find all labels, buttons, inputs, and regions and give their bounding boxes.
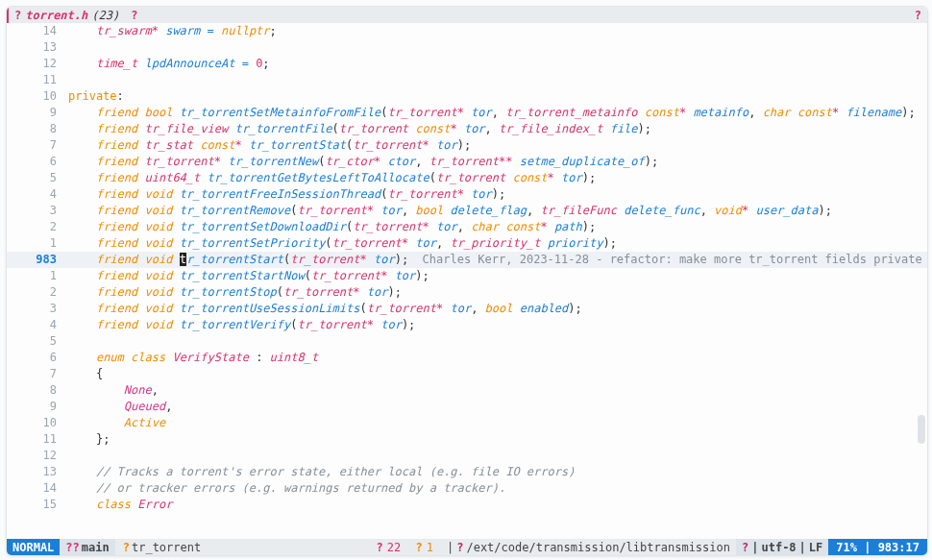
scrollbar-thumb[interactable] [918, 415, 925, 444]
gutter-rel: 6 [7, 350, 64, 366]
line-ending: LF [809, 541, 822, 554]
gutter-rel: 9 [7, 105, 64, 121]
warning-icon: ? [416, 541, 423, 554]
code-line: friend uint64_t tr_torrentGetBytesLeftTo… [64, 170, 927, 186]
code-line: friend void tr_torrentStop(tr_torrent* t… [64, 284, 927, 301]
tab-right-icon: ? [915, 9, 921, 22]
vim-mode: NORMAL [7, 539, 60, 555]
gutter-rel: 2 [7, 284, 64, 301]
code-line: friend tr_stat const* tr_torrentStat(tr_… [64, 137, 927, 154]
tab-bar: ? torrent.h (23) ? ? [7, 7, 927, 23]
cursor-position: 983:17 [878, 541, 920, 554]
gutter-rel: 11 [7, 72, 64, 88]
gutter-rel: 13 [7, 39, 64, 56]
gutter-rel: 6 [7, 154, 64, 170]
gutter-rel: 4 [7, 317, 64, 333]
code-line: friend tr_file_view tr_torrentFile(tr_to… [64, 121, 927, 137]
code-line [64, 333, 927, 350]
gutter-rel: 11 [7, 431, 64, 448]
file-change-count: (23) [91, 9, 119, 22]
file-path: /ext/code/transmission/libtransmission [466, 541, 730, 554]
gutter-rel: 1 [7, 235, 64, 252]
gutter-abs: 983 [7, 252, 64, 268]
gutter-rel: 14 [7, 480, 64, 497]
editor-window: ? torrent.h (23) ? ? 14 tr_swarm* swarm … [6, 6, 928, 556]
status-bar: NORMAL ??main ?tr_torrent ?22 ?1 | ?/ext… [7, 539, 927, 555]
file-path-seg: | ?/ext/code/transmission/libtransmissio… [441, 541, 736, 554]
gutter-rel: 8 [7, 382, 64, 399]
gutter-rel: 12 [7, 448, 64, 464]
code-area[interactable]: 14 tr_swarm* swarm = nullptr; 13 12 time… [7, 23, 927, 539]
code-line: friend bool tr_torrentSetMetainfoFromFil… [64, 105, 927, 121]
code-line: // or tracker errors (e.g. warnings retu… [64, 480, 927, 497]
gutter-rel: 5 [7, 333, 64, 350]
gutter-rel: 10 [7, 415, 64, 431]
gutter-rel: 14 [7, 23, 64, 39]
code-line: friend void tr_torrentVerify(tr_torrent*… [64, 317, 927, 333]
scroll-percent: 71% [836, 541, 857, 554]
code-line: None, [64, 382, 927, 399]
gutter-rel: 4 [7, 186, 64, 203]
gutter-rel: 5 [7, 170, 64, 186]
file-tab[interactable]: ? torrent.h (23) [9, 7, 125, 23]
error-count: 22 [387, 541, 401, 554]
file-name: torrent.h [25, 9, 87, 22]
code-line [64, 448, 927, 464]
gutter-rel: 13 [7, 464, 64, 480]
error-icon: ? [377, 541, 383, 554]
code-line [64, 39, 927, 56]
file-icon: ? [14, 9, 21, 22]
code-line: class Error [64, 497, 927, 513]
gutter-rel: 3 [7, 203, 64, 219]
position-seg: 71% | 983:17 [828, 539, 927, 555]
code-line: { [64, 366, 927, 382]
gutter-rel: 10 [7, 88, 64, 105]
code-line: friend void tr_torrentSetPriority(tr_tor… [64, 235, 927, 252]
folder-icon: ? [456, 541, 463, 554]
code-line: // Tracks a torrent's error state, eithe… [64, 464, 927, 480]
git-branch[interactable]: ??main [60, 539, 114, 555]
gutter-rel: 15 [7, 497, 64, 513]
code-line: private: [64, 88, 927, 105]
encoding-seg[interactable]: ? | utf-8 | LF [736, 539, 828, 555]
code-line [64, 72, 927, 88]
gutter-rel: 12 [7, 56, 64, 72]
code-line: friend tr_torrent* tr_torrentNew(tr_ctor… [64, 154, 927, 170]
code-current-line: friend void tr_torrentStart(tr_torrent* … [64, 252, 927, 268]
gutter-rel: 8 [7, 121, 64, 137]
gutter-rel: 1 [7, 268, 64, 284]
code-line: }; [64, 431, 927, 448]
code-line: Queued, [64, 399, 927, 415]
code-line: friend void tr_torrentStartNow(tr_torren… [64, 268, 927, 284]
branch-icon: ?? [65, 541, 79, 554]
code-line: friend void tr_torrentSetDownloadDir(tr_… [64, 219, 927, 235]
gutter-rel: 7 [7, 366, 64, 382]
cursor: t [180, 253, 186, 266]
scrollbar[interactable] [918, 40, 925, 522]
warning-count: 1 [427, 541, 433, 554]
code-context: ?tr_torrent [115, 541, 208, 554]
gutter-rel: 9 [7, 399, 64, 415]
tab-separator-icon: ? [131, 9, 137, 22]
gutter-rel: 2 [7, 219, 64, 235]
encoding-icon: ? [742, 541, 748, 554]
context-icon: ? [123, 541, 130, 554]
code-line: tr_swarm* swarm = nullptr; [64, 23, 927, 39]
gutter-rel: 3 [7, 301, 64, 317]
code-line: friend void tr_torrentUseSessionLimits(t… [64, 301, 927, 317]
code-line: enum class VerifyState : uint8_t [64, 350, 927, 366]
code-line: time_t lpdAnnounceAt = 0; [64, 56, 927, 72]
code-line: friend void tr_torrentFreeInSessionThrea… [64, 186, 927, 203]
diagnostics[interactable]: ?22 ?1 [369, 541, 441, 554]
code-line: Active [64, 415, 927, 431]
git-blame: Charles Kerr, 2023-11-28 - refactor: mak… [408, 253, 927, 266]
encoding: utf-8 [761, 541, 796, 554]
code-line: friend void tr_torrentRemove(tr_torrent*… [64, 203, 927, 219]
gutter-rel: 7 [7, 137, 64, 154]
